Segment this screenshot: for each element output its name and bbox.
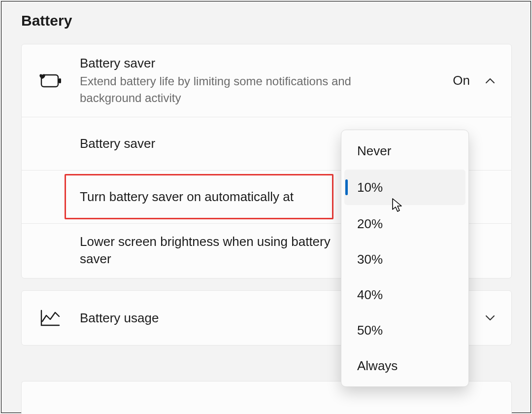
- battery-saver-icon: [35, 73, 65, 89]
- threshold-option-30[interactable]: 30%: [341, 242, 468, 277]
- chevron-down-icon[interactable]: [484, 311, 497, 324]
- lower-brightness-label: Lower screen brightness when using batte…: [80, 233, 336, 268]
- svg-rect-1: [59, 78, 61, 83]
- threshold-option-always[interactable]: Always: [341, 348, 468, 383]
- row-battery-saver-header[interactable]: Battery saver Extend battery life by lim…: [22, 44, 511, 117]
- threshold-dropdown[interactable]: Never 10% 20% 30% 40% 50% Always: [341, 130, 469, 387]
- threshold-option-40[interactable]: 40%: [341, 277, 468, 312]
- threshold-option-50[interactable]: 50%: [341, 312, 468, 348]
- battery-saver-subtitle: Extend battery life by limiting some not…: [80, 73, 415, 106]
- battery-saver-state: On: [453, 73, 470, 88]
- battery-saver-mode-label: Battery saver: [80, 135, 336, 152]
- battery-saver-title: Battery saver: [80, 55, 433, 71]
- threshold-option-10[interactable]: 10%: [344, 170, 466, 205]
- auto-threshold-label: Turn battery saver on automatically at: [80, 188, 336, 206]
- threshold-option-20[interactable]: 20%: [341, 206, 468, 242]
- section-title-battery: Battery: [21, 12, 72, 29]
- chevron-up-icon[interactable]: [484, 74, 497, 87]
- threshold-option-never[interactable]: Never: [341, 133, 468, 169]
- chart-icon: [35, 310, 65, 326]
